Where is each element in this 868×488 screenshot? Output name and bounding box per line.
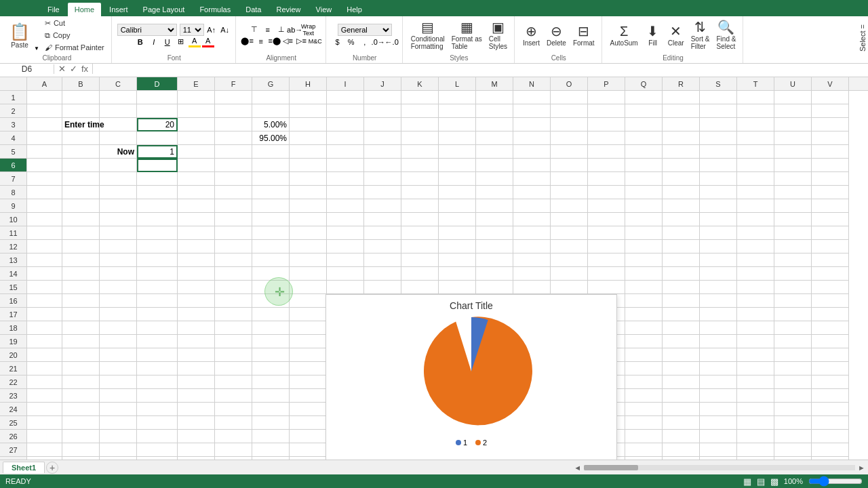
cell-b4[interactable] bbox=[62, 131, 100, 145]
col-header-r[interactable]: R bbox=[663, 77, 700, 90]
cell-r6[interactable] bbox=[663, 159, 700, 172]
cell-q3[interactable] bbox=[625, 118, 663, 131]
cell-s3[interactable] bbox=[700, 118, 737, 131]
cell-a1[interactable] bbox=[27, 91, 62, 104]
cell-e5[interactable] bbox=[178, 145, 215, 159]
normal-view-button[interactable]: ▦ bbox=[743, 476, 751, 487]
cell-v4[interactable] bbox=[812, 131, 849, 145]
cell-b2[interactable] bbox=[62, 104, 100, 118]
row-header-14[interactable]: 14 bbox=[0, 267, 26, 281]
cell-o6[interactable] bbox=[551, 159, 588, 172]
cell-t4[interactable] bbox=[737, 131, 774, 145]
cell-e3[interactable] bbox=[178, 118, 215, 131]
cell-t5[interactable] bbox=[737, 145, 774, 159]
cell-i6[interactable] bbox=[327, 159, 364, 172]
row-header-17[interactable]: 17 bbox=[0, 308, 26, 321]
cell-u7[interactable] bbox=[774, 172, 812, 186]
decrease-decimal-button[interactable]: .0→ bbox=[372, 37, 384, 47]
row-header-16[interactable]: 16 bbox=[0, 294, 26, 308]
increase-indent-button[interactable]: ▷≡ bbox=[296, 36, 308, 47]
comma-button[interactable]: , bbox=[359, 37, 371, 47]
cell-c6[interactable] bbox=[100, 159, 137, 172]
cell-k2[interactable] bbox=[401, 104, 439, 118]
tab-review[interactable]: Review bbox=[269, 3, 307, 16]
cell-o4[interactable] bbox=[551, 131, 588, 145]
cell-h4[interactable] bbox=[290, 131, 327, 145]
tab-formulas[interactable]: Formulas bbox=[193, 3, 237, 16]
cell-i2[interactable] bbox=[327, 104, 364, 118]
autosum-button[interactable]: Σ AutoSum bbox=[608, 18, 641, 53]
cell-d5[interactable]: 1 bbox=[137, 145, 178, 159]
cell-s4[interactable] bbox=[700, 131, 737, 145]
cell-j1[interactable] bbox=[364, 91, 401, 104]
cell-g5[interactable] bbox=[252, 145, 290, 159]
cell-f3[interactable] bbox=[215, 118, 252, 131]
row-header-20[interactable]: 20 bbox=[0, 348, 26, 362]
cell-n7[interactable] bbox=[513, 172, 551, 186]
sort-filter-button[interactable]: ⇅ Sort &Filter bbox=[688, 18, 713, 53]
cell-p5[interactable] bbox=[588, 145, 625, 159]
cell-u2[interactable] bbox=[774, 104, 812, 118]
increase-font-button[interactable]: A↑ bbox=[205, 24, 218, 35]
cell-r4[interactable] bbox=[663, 131, 700, 145]
cell-d6[interactable] bbox=[137, 159, 178, 172]
align-left-button[interactable]: ⬤≡ bbox=[241, 36, 254, 47]
paste-main-button[interactable]: 📋 Paste bbox=[7, 18, 33, 53]
cell-p1[interactable] bbox=[588, 91, 625, 104]
cell-h1[interactable] bbox=[290, 91, 327, 104]
row-header-22[interactable]: 22 bbox=[0, 375, 26, 389]
col-header-o[interactable]: O bbox=[551, 77, 588, 90]
cell-a5[interactable] bbox=[27, 145, 62, 159]
row-header-4[interactable]: 4 bbox=[0, 131, 26, 145]
cell-h6[interactable] bbox=[290, 159, 327, 172]
find-select-button[interactable]: 🔍 Find &Select bbox=[714, 18, 739, 53]
cell-e4[interactable] bbox=[178, 131, 215, 145]
cell-v5[interactable] bbox=[812, 145, 849, 159]
cell-j2[interactable] bbox=[364, 104, 401, 118]
cell-p2[interactable] bbox=[588, 104, 625, 118]
row-header-12[interactable]: 12 bbox=[0, 240, 26, 253]
col-header-t[interactable]: T bbox=[737, 77, 774, 90]
col-header-l[interactable]: L bbox=[439, 77, 476, 90]
cell-j3[interactable] bbox=[364, 118, 401, 131]
decrease-font-button[interactable]: A↓ bbox=[219, 24, 231, 35]
align-top-button[interactable]: ⊤ bbox=[248, 24, 260, 35]
cell-g6[interactable] bbox=[252, 159, 290, 172]
row-header-5[interactable]: 5 bbox=[0, 145, 26, 159]
cell-i4[interactable] bbox=[327, 131, 364, 145]
cell-u5[interactable] bbox=[774, 145, 812, 159]
cell-n5[interactable] bbox=[513, 145, 551, 159]
cell-q1[interactable] bbox=[625, 91, 663, 104]
cancel-formula-button[interactable]: ✕ bbox=[57, 64, 67, 74]
cell-k3[interactable] bbox=[401, 118, 439, 131]
cell-j5[interactable] bbox=[364, 145, 401, 159]
cell-r3[interactable] bbox=[663, 118, 700, 131]
cell-v7[interactable] bbox=[812, 172, 849, 186]
scroll-right-button[interactable]: ► bbox=[858, 464, 865, 472]
row-header-27[interactable]: 27 bbox=[0, 443, 26, 457]
cell-b6[interactable] bbox=[62, 159, 100, 172]
cell-c2[interactable] bbox=[100, 104, 137, 118]
decrease-indent-button[interactable]: ◁≡ bbox=[282, 36, 294, 47]
col-header-a[interactable]: A bbox=[27, 77, 62, 90]
cell-l3[interactable] bbox=[439, 118, 476, 131]
currency-button[interactable]: $ bbox=[332, 37, 344, 47]
row-header-3[interactable]: 3 bbox=[0, 118, 26, 131]
cell-a2[interactable] bbox=[27, 104, 62, 118]
cell-f2[interactable] bbox=[215, 104, 252, 118]
cell-a4[interactable] bbox=[27, 131, 62, 145]
fill-color-button[interactable]: A bbox=[189, 37, 201, 47]
cut-button[interactable]: ✂ Cut bbox=[42, 18, 107, 28]
cell-f6[interactable] bbox=[215, 159, 252, 172]
cell-k4[interactable] bbox=[401, 131, 439, 145]
cell-reference-box[interactable]: D6 bbox=[0, 64, 54, 74]
cell-l6[interactable] bbox=[439, 159, 476, 172]
format-painter-button[interactable]: 🖌 Format Painter bbox=[42, 42, 107, 53]
font-color-button[interactable]: A bbox=[202, 37, 214, 47]
cell-g1[interactable] bbox=[252, 91, 290, 104]
tab-file[interactable]: File bbox=[41, 3, 66, 16]
cell-r7[interactable] bbox=[663, 172, 700, 186]
cell-b1[interactable] bbox=[62, 91, 100, 104]
col-header-f[interactable]: F bbox=[215, 77, 252, 90]
cell-s7[interactable] bbox=[700, 172, 737, 186]
